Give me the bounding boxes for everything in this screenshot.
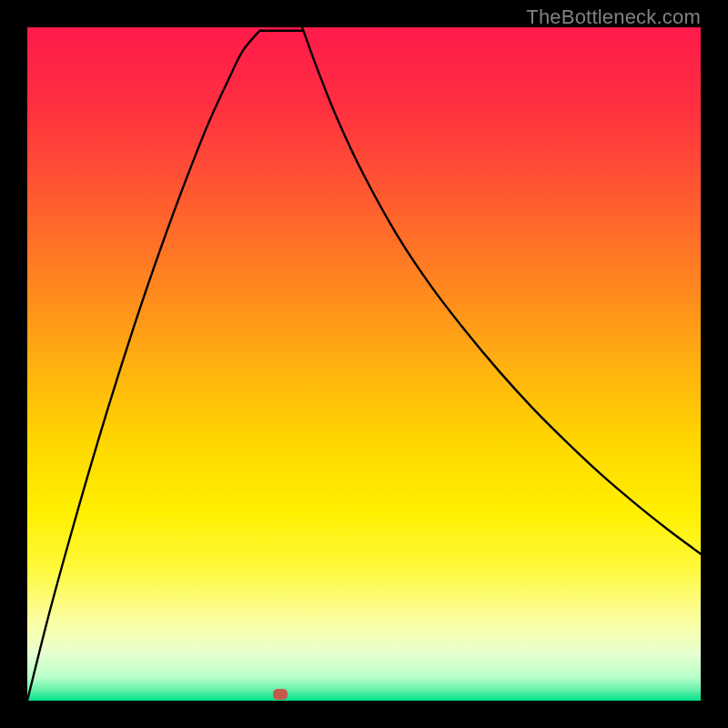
chart-frame: TheBottleneck.com [0,0,728,728]
plot-area [27,27,701,701]
chart-svg [27,27,701,701]
optimum-marker [273,689,288,700]
watermark-text: TheBottleneck.com [526,5,701,29]
gradient-background [27,27,701,701]
